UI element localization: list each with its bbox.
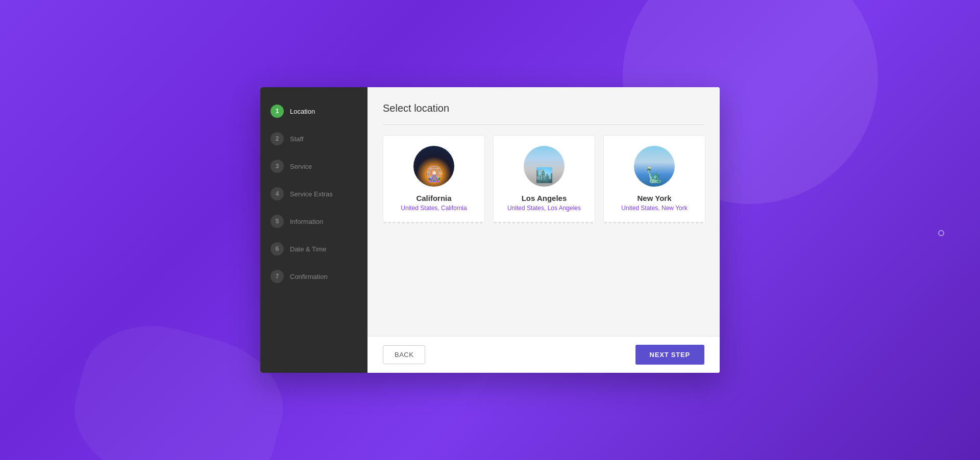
step-badge: 5	[271, 215, 284, 228]
sidebar-item-information[interactable]: 5Information	[260, 208, 368, 235]
page-title: Select location	[383, 103, 704, 114]
next-step-button[interactable]: NEXT STEP	[635, 345, 704, 365]
location-name-california: California	[416, 194, 451, 202]
location-image-california	[413, 146, 454, 187]
step-label: Service	[290, 163, 312, 170]
location-name-los-angeles: Los Angeles	[522, 194, 567, 202]
step-badge: 6	[271, 242, 284, 255]
location-card-los-angeles[interactable]: Los AngelesUnited States, Los Angeles	[493, 135, 595, 223]
divider	[383, 124, 704, 125]
location-subtitle-los-angeles: United States, Los Angeles	[507, 205, 581, 212]
location-card-new-york[interactable]: New YorkUnited States, New York	[603, 135, 705, 223]
sidebar-item-staff[interactable]: 2Staff	[260, 125, 368, 152]
sidebar-item-date-&-time[interactable]: 6Date & Time	[260, 235, 368, 263]
sidebar-item-location[interactable]: 1Location	[260, 97, 368, 125]
location-card-california[interactable]: CaliforniaUnited States, California	[383, 135, 485, 223]
location-subtitle-california: United States, California	[401, 205, 467, 212]
step-badge: 3	[271, 160, 284, 173]
step-badge: 2	[271, 132, 284, 145]
footer: BACK NEXT STEP	[368, 336, 720, 373]
step-badge: 7	[271, 270, 284, 283]
sidebar-item-service-extras[interactable]: 4Service Extras	[260, 180, 368, 208]
sidebar-item-confirmation[interactable]: 7Confirmation	[260, 263, 368, 290]
location-name-new-york: New York	[638, 194, 672, 202]
main-content: Select location CaliforniaUnited States,…	[368, 87, 720, 373]
step-label: Confirmation	[290, 273, 328, 280]
step-label: Staff	[290, 135, 304, 143]
sidebar-item-service[interactable]: 3Service	[260, 152, 368, 180]
location-grid: CaliforniaUnited States, CaliforniaLos A…	[383, 135, 704, 223]
cursor-indicator	[938, 230, 944, 236]
back-button[interactable]: BACK	[383, 345, 425, 364]
step-label: Date & Time	[290, 245, 327, 253]
step-label: Location	[290, 108, 315, 115]
step-label: Information	[290, 218, 323, 225]
location-subtitle-new-york: United States, New York	[621, 205, 687, 212]
modal-container: 1Location2Staff3Service4Service Extras5I…	[260, 87, 720, 373]
step-label: Service Extras	[290, 190, 333, 198]
step-badge: 1	[271, 105, 284, 118]
location-image-los-angeles	[524, 146, 565, 187]
location-image-new-york	[634, 146, 675, 187]
step-badge: 4	[271, 187, 284, 200]
content-area: Select location CaliforniaUnited States,…	[368, 87, 720, 336]
sidebar: 1Location2Staff3Service4Service Extras5I…	[260, 87, 368, 373]
